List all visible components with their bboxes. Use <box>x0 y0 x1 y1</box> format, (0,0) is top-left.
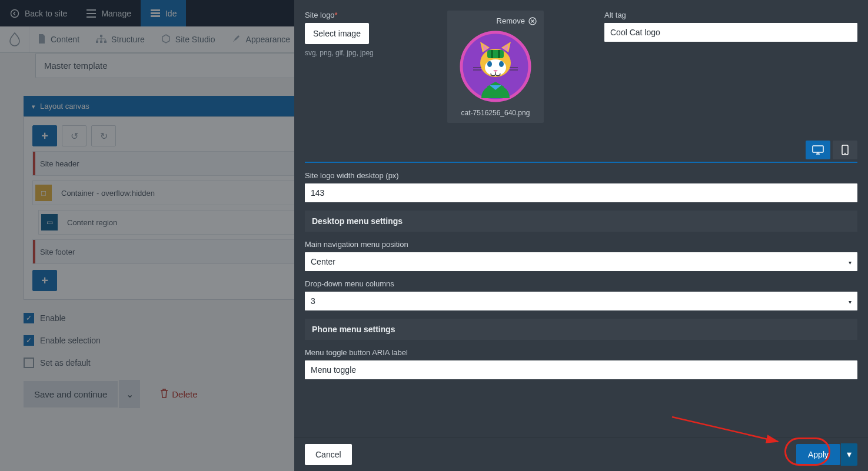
remove-label: Remove <box>497 16 525 25</box>
aria-label-label: Menu toggle button ARIA label <box>305 348 857 357</box>
logo-image <box>458 29 533 104</box>
apply-button[interactable]: Apply <box>796 444 840 465</box>
device-toggle <box>305 141 857 159</box>
site-logo-label: Site logo* <box>305 11 428 19</box>
logo-filename: cat-7516256_640.png <box>447 109 544 117</box>
chevron-down-icon <box>849 296 852 306</box>
alt-tag-input[interactable] <box>604 23 857 42</box>
dropdown-columns-label: Drop-down menu columns <box>305 279 857 288</box>
nav-position-select[interactable]: Center <box>305 252 857 271</box>
panel-footer: Cancel Apply ▾ <box>294 437 868 471</box>
dropdown-columns-value: 3 <box>311 296 315 306</box>
chevron-down-icon <box>849 257 852 266</box>
remove-image-button[interactable]: Remove <box>447 11 544 29</box>
select-image-button[interactable]: Select image <box>305 23 369 44</box>
close-circle-icon <box>528 17 537 25</box>
nav-position-value: Center <box>311 257 335 266</box>
svg-rect-15 <box>487 50 504 58</box>
formats-hint: svg, png, gif, jpg, jpeg <box>305 49 428 57</box>
nav-position-label: Main navigation menu position <box>305 240 857 249</box>
desktop-menu-section-header: Desktop menu settings <box>305 211 857 232</box>
svg-rect-16 <box>491 50 493 58</box>
svg-rect-20 <box>813 146 823 152</box>
desktop-view-button[interactable] <box>806 141 830 159</box>
svg-point-18 <box>487 61 492 67</box>
phone-menu-section-header: Phone menu settings <box>305 319 857 340</box>
mobile-view-button[interactable] <box>833 141 857 159</box>
settings-panel: Site logo* Select image svg, png, gif, j… <box>294 0 868 471</box>
logo-width-label: Site logo width desktop (px) <box>305 171 857 180</box>
logo-preview-card: Remove <box>447 11 544 123</box>
apply-dropdown-toggle[interactable]: ▾ <box>841 443 857 466</box>
alt-tag-label: Alt tag <box>604 11 857 19</box>
section-separator <box>305 162 857 163</box>
svg-point-19 <box>499 61 504 67</box>
aria-label-input[interactable] <box>305 360 857 379</box>
dropdown-columns-select[interactable]: 3 <box>305 292 857 310</box>
logo-width-input[interactable] <box>305 183 857 202</box>
svg-point-22 <box>844 153 846 154</box>
svg-rect-17 <box>498 50 500 58</box>
cancel-button[interactable]: Cancel <box>305 444 352 465</box>
